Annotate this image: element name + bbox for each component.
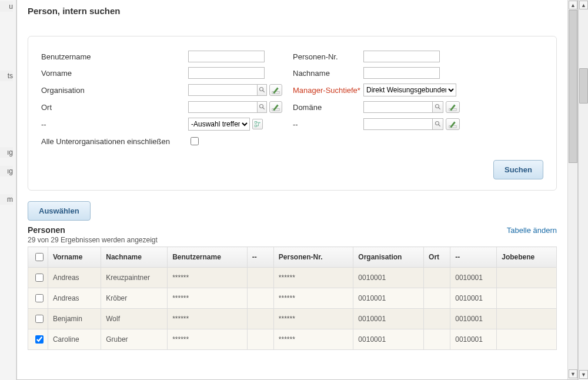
cell-dash1 — [247, 288, 273, 309]
cell-personen_nr: ****** — [273, 288, 353, 309]
ort-lookup-button[interactable] — [258, 101, 267, 113]
scroll-up-arrow-icon[interactable]: ▲ — [579, 1, 588, 9]
input-vorname[interactable] — [188, 67, 265, 79]
bg-fragment: ıg — [0, 147, 13, 158]
label-domaene: Domäne — [293, 103, 363, 112]
svg-line-7 — [438, 108, 440, 109]
pencil-icon — [449, 120, 457, 128]
label-dash-left: -- — [41, 120, 188, 129]
label-dash-right: -- — [293, 120, 363, 129]
checkbox-alle-unterorg[interactable] — [191, 137, 199, 145]
bg-fragment: ts — [0, 71, 13, 81]
col-ort[interactable]: Ort — [424, 247, 450, 268]
cell-personen_nr: ****** — [273, 309, 353, 329]
table-row[interactable]: AndreasKreuzpaintner************00100010… — [28, 268, 557, 288]
select-auswahl-treffen[interactable]: -Auswahl treffen- — [188, 118, 250, 131]
col-vorname[interactable]: Vorname — [48, 247, 101, 268]
suchen-button[interactable]: Suchen — [493, 160, 543, 179]
cell-organisation: 0010001 — [353, 268, 424, 288]
cell-ort — [424, 329, 450, 350]
auswaehlen-button[interactable]: Auswählen — [28, 201, 91, 221]
ort-edit-button[interactable] — [269, 101, 282, 113]
cell-jobebene — [497, 329, 557, 350]
org-lookup-button[interactable] — [258, 84, 267, 96]
svg-text:+: + — [259, 121, 260, 124]
magnifier-icon — [435, 104, 442, 111]
cell-ort — [424, 288, 450, 309]
result-count: 29 von 29 Ergebnissen werden angezeigt — [28, 236, 567, 244]
cell-ort — [424, 268, 450, 288]
outer-scroll-thumb[interactable] — [579, 68, 588, 104]
cell-benutzername: ****** — [168, 309, 248, 329]
cell-vorname: Caroline — [48, 329, 101, 350]
dialog-scroll-thumb[interactable] — [569, 10, 577, 163]
svg-point-15 — [435, 122, 439, 125]
label-nachname: Nachname — [293, 69, 363, 78]
outer-scrollbar[interactable]: ▲ ▼ — [578, 0, 588, 380]
bg-fragment: m — [0, 194, 13, 205]
select-all-checkbox[interactable] — [35, 253, 44, 261]
cell-personen_nr: ****** — [273, 329, 353, 350]
cell-nachname: Gruber — [101, 329, 168, 350]
cell-vorname: Andreas — [48, 268, 101, 288]
col-dash2[interactable]: -- — [450, 247, 497, 268]
pencil-icon — [272, 103, 280, 111]
dash-edit-button[interactable] — [446, 118, 460, 130]
col-checkbox-header[interactable] — [28, 247, 48, 268]
dash-lookup-button[interactable] — [433, 118, 443, 130]
tabelle-aendern-link[interactable]: Tabelle ändern — [507, 226, 557, 235]
filter-panel: Benutzername Personen-Nr. Vorname Nachna… — [28, 36, 557, 191]
dialog-scroll-down-icon[interactable]: ▼ — [569, 369, 577, 378]
tree-add-button[interactable]: + — [252, 119, 263, 129]
cell-jobebene — [497, 268, 557, 288]
table-row[interactable]: BenjaminWolf************00100010010001 — [28, 309, 557, 329]
dialog-scroll-up-icon[interactable]: ▲ — [569, 1, 577, 9]
input-ort[interactable] — [188, 101, 258, 113]
magnifier-icon — [259, 86, 266, 94]
label-benutzername: Benutzername — [41, 52, 188, 61]
row-checkbox[interactable] — [35, 315, 44, 323]
row-checkbox[interactable] — [35, 294, 44, 302]
input-personen-nr[interactable] — [363, 51, 440, 62]
input-benutzername[interactable] — [188, 51, 265, 62]
input-organisation[interactable] — [188, 84, 258, 96]
cell-organisation: 0010001 — [353, 309, 424, 329]
cell-dash1 — [247, 329, 273, 350]
select-manager-suchtiefe[interactable]: Direkt Weisungsgebundener — [363, 84, 456, 96]
row-checkbox-cell — [28, 268, 48, 288]
domaene-lookup-button[interactable] — [433, 101, 443, 113]
magnifier-icon — [259, 104, 266, 111]
pencil-icon — [272, 86, 280, 94]
col-nachname[interactable]: Nachname — [101, 247, 168, 268]
bg-fragment: ıg — [0, 166, 13, 176]
input-dash-right[interactable] — [363, 118, 433, 130]
dialog-scrollbar[interactable]: ▲ ▼ — [567, 0, 577, 379]
svg-point-3 — [259, 105, 263, 108]
cell-organisation: 0010001 — [353, 288, 424, 309]
label-alle-unterorg: Alle Unterorganisationen einschließen — [41, 137, 188, 146]
cell-dash2: 0010001 — [450, 268, 497, 288]
col-dash1[interactable]: -- — [247, 247, 273, 268]
col-organisation[interactable]: Organisation — [353, 247, 424, 268]
row-checkbox[interactable] — [35, 274, 44, 282]
org-edit-button[interactable] — [269, 84, 282, 96]
svg-point-6 — [435, 105, 439, 108]
pencil-icon — [449, 103, 457, 111]
cell-organisation: 0010001 — [353, 329, 424, 350]
cell-nachname: Wolf — [101, 309, 168, 329]
input-nachname[interactable] — [363, 67, 440, 79]
table-row[interactable]: AndreasKröber************00100010010001 — [28, 288, 557, 309]
domaene-edit-button[interactable] — [446, 101, 460, 113]
col-benutzername[interactable]: Benutzername — [168, 247, 248, 268]
dialog-title: Person, intern suchen — [17, 0, 567, 16]
table-row[interactable]: CarolineGruber************00100010010001 — [28, 329, 557, 350]
cell-benutzername: ****** — [168, 288, 248, 309]
input-domaene[interactable] — [363, 101, 433, 113]
row-checkbox[interactable] — [35, 335, 44, 344]
svg-line-4 — [262, 108, 264, 109]
col-personen-nr[interactable]: Personen-Nr. — [273, 247, 353, 268]
cell-nachname: Kreuzpaintner — [101, 268, 168, 288]
col-jobebene[interactable]: Jobebene — [497, 247, 557, 268]
background-left-column: u ts ıg ıg m — [0, 0, 16, 380]
scroll-down-arrow-icon[interactable]: ▼ — [579, 370, 588, 379]
